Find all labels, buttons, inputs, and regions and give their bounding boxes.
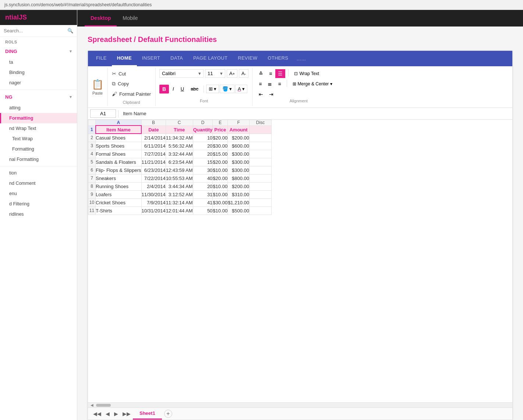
sidebar-item-tion[interactable]: tion — [0, 168, 77, 178]
row-header-6[interactable]: 6 — [88, 166, 96, 174]
sheet-tab-sheet1[interactable]: Sheet1 — [133, 408, 162, 420]
search-input[interactable] — [4, 28, 67, 33]
row-header-2[interactable]: 2 — [88, 134, 96, 142]
cell-e8[interactable]: $10.00 — [213, 182, 228, 190]
cell-d3[interactable]: 20 — [193, 142, 213, 150]
ribbon-tab-data[interactable]: DATA — [165, 51, 188, 66]
row-header-11[interactable]: 11 — [88, 207, 96, 215]
cell-c5[interactable]: 6:23:54 AM — [166, 158, 193, 166]
sidebar-item-text-wrap[interactable]: Text Wrap — [0, 134, 77, 144]
cell-g4[interactable] — [249, 150, 271, 158]
row-header-5[interactable]: 5 — [88, 158, 96, 166]
sidebar-item-formatting2[interactable]: Formatting — [0, 144, 77, 154]
paste-button[interactable]: 📋 Paste — [88, 68, 107, 106]
cell-b11[interactable]: 10/31/2014 — [141, 207, 166, 215]
sheet-nav-prev-button[interactable]: ◀ — [103, 409, 112, 419]
tab-mobile[interactable]: Mobile — [117, 10, 144, 27]
sidebar-item-conditional-formatting[interactable]: Formatting — [0, 113, 77, 123]
cell-c11[interactable]: 12:01:44 AM — [166, 207, 193, 215]
cell-b4[interactable]: 7/27/2014 — [141, 150, 166, 158]
cell-d4[interactable]: 20 — [193, 150, 213, 158]
col-header-g[interactable]: Disc — [249, 120, 271, 126]
cell-g8[interactable] — [249, 182, 271, 190]
cell-d8[interactable]: 20 — [193, 182, 213, 190]
cell-f10[interactable]: $1,210.00 — [228, 198, 250, 207]
cell-c8[interactable]: 3:44:34 AM — [166, 182, 193, 190]
sidebar-section-ding[interactable]: DING ▾ — [0, 46, 77, 57]
cell-e1[interactable]: Price — [213, 126, 228, 134]
cell-d9[interactable]: 31 — [193, 190, 213, 198]
cell-e11[interactable]: $10.00 — [213, 207, 228, 215]
align-right-button[interactable]: ≡ — [275, 80, 283, 88]
cell-e7[interactable]: $20.00 — [213, 174, 228, 182]
ribbon-tab-page-layout[interactable]: PAGE LAYOUT — [188, 51, 233, 66]
cell-c7[interactable]: 10:55:53 AM — [166, 174, 193, 182]
col-header-c[interactable]: C — [166, 120, 193, 126]
sidebar-item-wrap-text[interactable]: nd Wrap Text — [0, 123, 77, 134]
sidebar-item-d-filtering[interactable]: d Filtering — [0, 199, 77, 209]
cell-c2[interactable]: 11:34:32 AM — [166, 134, 193, 142]
cell-f5[interactable]: $300.00 — [228, 158, 250, 166]
cell-g3[interactable] — [249, 142, 271, 150]
fill-color-button[interactable]: 🪣 ▾ — [220, 85, 234, 93]
cell-d2[interactable]: 10 — [193, 134, 213, 142]
cell-b9[interactable]: 11/30/2014 — [141, 190, 166, 198]
cell-g6[interactable] — [249, 166, 271, 174]
add-sheet-button[interactable]: + — [164, 410, 172, 418]
merge-center-button[interactable]: ⊞ Merge & Center ▾ — [290, 80, 335, 88]
indent-increase-button[interactable]: ⇥ — [266, 90, 276, 99]
cell-b8[interactable]: 2/4/2014 — [141, 182, 166, 190]
sheet-nav-last-button[interactable]: ▶▶ — [120, 409, 133, 419]
cell-d1[interactable]: Quantity — [193, 126, 213, 134]
indent-decrease-button[interactable]: ⇤ — [256, 90, 266, 99]
row-header-7[interactable]: 7 — [88, 174, 96, 182]
sidebar-item-nal-formatting[interactable]: nal Formatting — [0, 154, 77, 165]
cell-b6[interactable]: 6/23/2014 — [141, 166, 166, 174]
cell-a1[interactable]: Item Name — [96, 126, 142, 134]
cell-a4[interactable]: Formal Shoes — [96, 150, 142, 158]
align-middle-button[interactable]: ≡ — [266, 69, 275, 78]
sidebar-item-ridlines[interactable]: ridlines — [0, 209, 77, 219]
font-color-button[interactable]: A ▾ — [235, 85, 247, 93]
sidebar-item-ind-comment[interactable]: nd Comment — [0, 178, 77, 188]
sheet-nav-next-button[interactable]: ▶ — [112, 409, 120, 419]
cell-b1[interactable]: Date — [141, 126, 166, 134]
row-header-3[interactable]: 3 — [88, 142, 96, 150]
cell-f2[interactable]: $200.00 — [228, 134, 250, 142]
cell-a3[interactable]: Sports Shoes — [96, 142, 142, 150]
cell-d10[interactable]: 41 — [193, 198, 213, 207]
cell-c6[interactable]: 12:43:59 AM — [166, 166, 193, 174]
horizontal-scrollbar[interactable]: ◀ — [88, 402, 512, 407]
cell-a10[interactable]: Cricket Shoes — [96, 198, 142, 207]
cell-e10[interactable]: $30.00 — [213, 198, 228, 207]
cell-e9[interactable]: $10.00 — [213, 190, 228, 198]
col-header-b[interactable]: B — [141, 120, 166, 126]
cell-g9[interactable] — [249, 190, 271, 198]
cell-f3[interactable]: $600.00 — [228, 142, 250, 150]
sidebar-item-manager[interactable]: nager — [0, 78, 77, 88]
align-bottom-button[interactable]: ☰ — [275, 69, 285, 78]
sheet-nav-first-button[interactable]: ◀◀ — [91, 409, 103, 419]
cell-f11[interactable]: $500.00 — [228, 207, 250, 215]
cell-f4[interactable]: $300.00 — [228, 150, 250, 158]
cell-reference-box[interactable]: A1 — [90, 109, 116, 118]
ribbon-more-icon[interactable]: …… — [293, 52, 309, 66]
col-header-e[interactable]: E — [213, 120, 228, 126]
cell-b7[interactable]: 7/22/2014 — [141, 174, 166, 182]
format-painter-button[interactable]: 🖌 Format Painter — [110, 90, 152, 98]
ribbon-tab-file[interactable]: FILE — [91, 51, 112, 66]
row-header-4[interactable]: 4 — [88, 150, 96, 158]
sidebar-item-ta[interactable]: ta — [0, 57, 77, 67]
cell-c3[interactable]: 5:56:32 AM — [166, 142, 193, 150]
row-header-10[interactable]: 10 — [88, 198, 96, 207]
cell-f1[interactable]: Amount — [228, 126, 250, 134]
align-left-button[interactable]: ≡ — [256, 80, 264, 88]
italic-button[interactable]: I — [170, 85, 177, 93]
cell-a9[interactable]: Loafers — [96, 190, 142, 198]
sidebar-item-enu[interactable]: enu — [0, 188, 77, 199]
cell-c9[interactable]: 3:12:52 AM — [166, 190, 193, 198]
formula-content[interactable]: Item Name — [121, 110, 510, 117]
ribbon-tab-home[interactable]: HOME — [112, 51, 137, 66]
cell-d6[interactable]: 30 — [193, 166, 213, 174]
col-header-d[interactable]: D — [193, 120, 213, 126]
